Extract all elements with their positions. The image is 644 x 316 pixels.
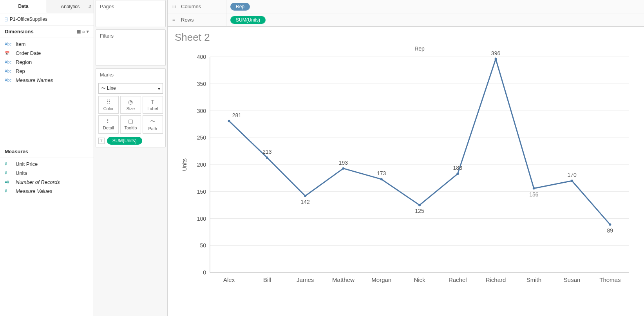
tooltip-icon: ▢ [121,118,139,124]
datasource-name: P1-OfficeSupplies [10,16,47,22]
calc-number-icon: =# [5,180,13,184]
measures-list: #Unit Price#Units=#Number of Records#Mea… [0,158,94,197]
label-pill[interactable]: SUM(Units) [107,137,142,145]
label-icon: T [144,99,162,105]
mark-label-button[interactable]: TLabel [143,96,163,114]
y-tick: 0 [203,269,206,276]
data-tabs: Data Analytics⇵ [0,0,94,13]
number-icon: # [5,162,13,166]
data-point [266,156,268,159]
measure-field[interactable]: =#Number of Records [0,178,94,187]
pages-card[interactable]: Pages [96,0,166,27]
x-tick: Rachel [449,276,467,283]
field-name: Measure Values [16,188,52,194]
rows-pill[interactable]: SUM(Units) [230,16,266,24]
data-panel: Data Analytics⇵ ⌸ P1-OfficeSupplies Dime… [0,0,94,316]
dimensions-label: Dimensions [5,29,34,35]
mark-type-select[interactable]: 〜 Line ▾ [98,83,163,94]
data-label: 125 [415,208,424,214]
data-label: 142 [301,199,310,205]
sheet-title[interactable]: Sheet 2 [175,31,637,44]
chart-top-label: Rep [414,45,425,52]
label-pill-row[interactable]: T SUM(Units) [98,137,163,145]
y-tick: 150 [197,189,206,195]
filters-card[interactable]: Filters [96,29,166,66]
tab-data[interactable]: Data [0,0,47,13]
columns-pill[interactable]: Rep [230,3,250,11]
x-tick: Morgan [371,276,391,283]
measures-header: Measures [0,145,94,158]
x-tick: Matthew [332,276,355,283]
mark-size-button[interactable]: ◔Size [120,96,141,114]
marks-card: Marks 〜 Line ▾ ⠿Color ◔Size TLabel ⠇Deta… [96,68,166,147]
rows-icon: ≡ [172,17,178,23]
x-tick: Richard [486,276,506,283]
measure-field[interactable]: #Unit Price [0,160,94,169]
field-name: Item [16,41,25,47]
search-icon[interactable]: ⌕ [82,29,85,34]
data-label: 170 [567,172,577,178]
mark-detail-button[interactable]: ⠇Detail [98,115,119,134]
data-point [228,120,230,122]
datasource-icon: ⌸ [5,16,7,22]
measure-field[interactable]: #Measure Values [0,187,94,196]
data-point [380,178,383,180]
mark-tooltip-button[interactable]: ▢Tooltip [120,115,141,134]
number-icon: # [5,189,13,193]
field-name: Measure Names [16,77,53,83]
data-point [533,187,535,190]
chevron-down-icon: ▾ [158,86,160,91]
menu-caret-icon[interactable]: ▾ [87,29,89,34]
dimension-field[interactable]: AbcRep [0,67,94,76]
data-point [342,167,344,170]
x-tick: Thomas [599,276,620,283]
rows-shelf[interactable]: ≡Rows SUM(Units) [168,13,644,27]
filters-title: Filters [96,30,165,42]
label-target-icon: T [98,138,105,144]
tab-analytics[interactable]: Analytics⇵ [47,0,94,13]
field-name: Order Date [16,50,41,56]
field-name: Units [16,170,27,176]
line-icon: 〜 [101,85,106,91]
measure-field[interactable]: #Units [0,169,94,178]
columns-shelf[interactable]: iiiColumns Rep [168,0,644,13]
data-label: 213 [262,149,272,155]
size-icon: ◔ [121,99,139,105]
dimension-field[interactable]: AbcItem [0,40,94,49]
detail-icon: ⠇ [99,118,118,124]
text-icon: Abc [5,78,13,82]
rows-label: Rows [181,17,194,23]
dimension-field[interactable]: AbcMeasure Names [0,76,94,85]
chart: Rep050100150200250300350400UnitsAlexBill… [175,45,637,296]
data-point [456,173,459,175]
dimension-field[interactable]: AbcRegion [0,58,94,67]
columns-label: Columns [181,4,201,9]
field-name: Region [16,59,32,65]
x-tick: Smith [526,276,541,283]
data-label: 193 [339,160,348,166]
mark-path-button[interactable]: 〜Path [143,115,163,134]
data-point [609,223,611,226]
pages-title: Pages [96,0,165,13]
y-tick: 250 [197,134,206,141]
x-tick: Bill [263,276,271,283]
y-tick: 400 [197,54,206,60]
mark-color-button[interactable]: ⠿Color [98,96,119,114]
x-tick: Alex [223,276,235,283]
dimensions-header: Dimensions ▦ ⌕ ▾ [0,25,94,38]
data-point [304,195,306,197]
main-area: iiiColumns Rep ≡Rows SUM(Units) Sheet 2 … [168,0,644,316]
x-tick: Nick [414,276,425,283]
dimensions-list: AbcItem📅Order DateAbcRegionAbcRepAbcMeas… [0,38,94,86]
dimension-field[interactable]: 📅Order Date [0,49,94,58]
x-tick: Susan [564,276,581,283]
y-tick: 200 [197,162,206,168]
y-axis-label: Units [181,158,188,171]
y-tick: 100 [197,216,206,222]
data-label: 156 [529,191,539,198]
path-icon: 〜 [144,118,162,125]
view-icon[interactable]: ▦ [77,29,81,34]
dropdown-icon: ⇵ [88,4,91,9]
datasource-row[interactable]: ⌸ P1-OfficeSupplies [0,13,94,25]
data-label: 183 [453,165,463,171]
